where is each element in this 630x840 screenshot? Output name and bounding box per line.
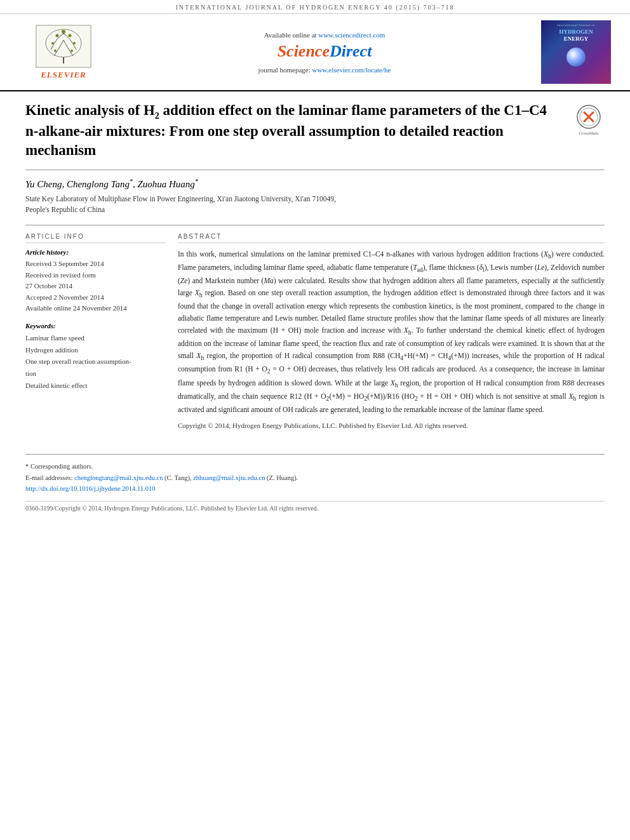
journal-cover: International Journal of HYDROGEN ENERGY	[541, 20, 611, 84]
keyword-one-step: One step overall reaction assumption-tio…	[25, 356, 165, 379]
accepted-date: Accepted 2 November 2014	[25, 292, 165, 303]
publisher-logo-area: ELSEVIER	[13, 20, 114, 84]
svg-point-6	[69, 34, 72, 37]
journal-header: ELSEVIER Available online at www.science…	[0, 14, 630, 91]
svg-point-4	[62, 30, 65, 34]
received-revised-date: 27 October 2014	[25, 281, 165, 292]
sciencedirect-logo: ScienceDirect	[278, 42, 372, 61]
svg-point-8	[73, 42, 76, 44]
email-huang-name: (Z. Huang).	[267, 474, 298, 481]
svg-point-9	[54, 50, 57, 52]
copyright-text: Copyright © 2014, Hydrogen Energy Public…	[178, 420, 605, 431]
main-content: Kinetic analysis of H2 addition effect o…	[0, 91, 630, 518]
svg-point-10	[70, 50, 73, 52]
elsevier-logo: ELSEVIER	[35, 24, 92, 80]
article-body: ARTICLE INFO Article history: Received 3…	[25, 225, 605, 435]
keyword-laminar-flame: Laminar flame speed	[25, 332, 165, 344]
cover-decorative-sphere	[566, 48, 586, 67]
crossmark-label: CrossMark	[579, 131, 598, 136]
received-date: Received 3 September 2014	[25, 258, 165, 270]
received-revised-label: Received in revised form	[25, 270, 165, 281]
authors: Yu Cheng, Chenglong Tang*, Zuohua Huang*	[25, 178, 605, 190]
journal-citation: INTERNATIONAL JOURNAL OF HYDROGEN ENERGY…	[175, 4, 454, 11]
journal-url[interactable]: www.elsevier.com/locate/he	[312, 66, 391, 74]
cover-journal-title: HYDROGEN ENERGY	[559, 29, 593, 43]
abstract-body: In this work, numerical simulations on t…	[178, 248, 605, 431]
abstract-column: ABSTRACT In this work, numerical simulat…	[178, 233, 605, 435]
email-tang-name: (C. Tang),	[164, 474, 192, 481]
svg-point-7	[51, 42, 54, 44]
article-title-section: Kinetic analysis of H2 addition effect o…	[25, 101, 605, 170]
article-title: Kinetic analysis of H2 addition effect o…	[25, 101, 563, 160]
article-info-header: ARTICLE INFO	[25, 233, 165, 243]
page-footer: 0360-3199/Copyright © 2014, Hydrogen Ene…	[25, 501, 605, 512]
cover-international-text: International Journal of	[558, 23, 595, 27]
article-info-column: ARTICLE INFO Article history: Received 3…	[25, 233, 165, 435]
elsevier-tree-icon	[35, 24, 92, 69]
crossmark-icon	[576, 104, 601, 130]
top-bar: INTERNATIONAL JOURNAL OF HYDROGEN ENERGY…	[0, 0, 630, 14]
available-online-date: Available online 24 November 2014	[25, 303, 165, 314]
svg-point-5	[56, 34, 59, 37]
doi-url[interactable]: http://dx.doi.org/10.1016/j.ijhydene.201…	[25, 485, 155, 492]
crossmark-badge: CrossMark	[573, 101, 605, 136]
elsevier-brand-text: ELSEVIER	[41, 70, 86, 80]
doi-link: http://dx.doi.org/10.1016/j.ijhydene.201…	[25, 483, 605, 495]
journal-homepage: journal homepage: www.elsevier.com/locat…	[258, 66, 391, 74]
journal-cover-area: International Journal of HYDROGEN ENERGY	[535, 20, 617, 84]
journal-info-center: Available online at www.sciencedirect.co…	[114, 20, 535, 84]
keyword-hydrogen: Hydrogen addition	[25, 344, 165, 356]
email-addresses: E-mail addresses: chenglongtang@mail.xjt…	[25, 472, 605, 484]
corresponding-authors-note: * Corresponding authors.	[25, 461, 605, 472]
footnotes-section: * Corresponding authors. E-mail addresse…	[25, 454, 605, 495]
email-huang[interactable]: zhhuang@mail.xjtu.edu.cn	[193, 474, 265, 481]
affiliation: State Key Laboratory of Multiphase Flow …	[25, 194, 605, 216]
keywords-label: Keywords:	[25, 322, 165, 330]
keyword-detailed-kinetic: Detailed kinetic effect	[25, 380, 165, 392]
page-footer-text: 0360-3199/Copyright © 2014, Hydrogen Ene…	[25, 505, 318, 512]
available-online-text: Available online at www.sciencedirect.co…	[264, 31, 385, 39]
sciencedirect-url[interactable]: www.sciencedirect.com	[318, 31, 385, 39]
abstract-header: ABSTRACT	[178, 233, 605, 243]
email-tang[interactable]: chenglongtang@mail.xjtu.edu.cn	[74, 474, 163, 481]
history-label: Article history:	[25, 248, 165, 256]
